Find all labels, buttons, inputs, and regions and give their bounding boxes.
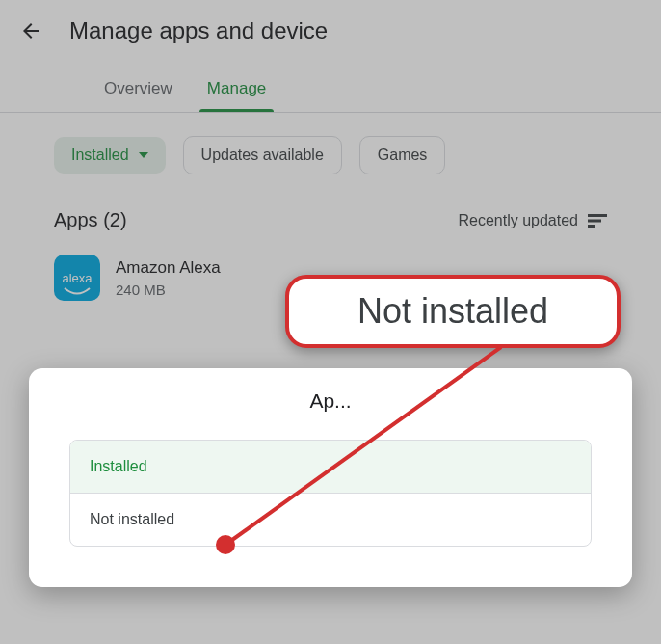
option-not-installed[interactable]: Not installed — [70, 494, 591, 546]
highlight-callout: Not installed — [285, 275, 621, 348]
modal-title: Ap... — [69, 389, 592, 413]
callout-text: Not installed — [357, 291, 548, 332]
option-list: Installed Not installed — [69, 440, 592, 547]
option-installed[interactable]: Installed — [70, 441, 591, 494]
filter-modal: Ap... Installed Not installed — [29, 368, 632, 587]
